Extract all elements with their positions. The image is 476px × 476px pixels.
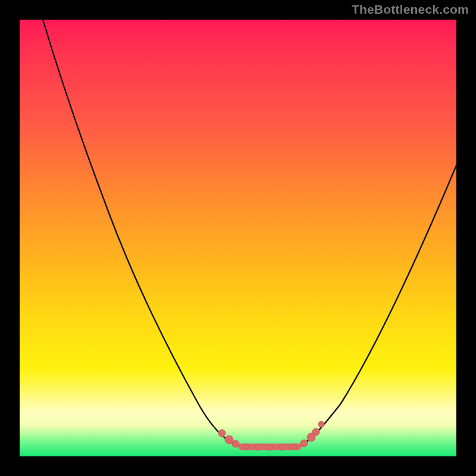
marker-dot [278, 444, 284, 450]
marker-dot [232, 440, 239, 447]
marker-dot [300, 440, 308, 447]
marker-dot [267, 444, 273, 450]
watermark-text: TheBottleneck.com [352, 2, 469, 17]
valley-markers [218, 421, 324, 450]
curve-right-branch [298, 165, 456, 447]
marker-dot [290, 444, 296, 450]
marker-dot [318, 421, 324, 427]
curve-left-branch [43, 20, 243, 447]
marker-dot [218, 430, 226, 437]
marker-dot [255, 444, 261, 450]
marker-dot [243, 444, 249, 450]
chart-svg [20, 20, 456, 456]
outer-frame: TheBottleneck.com [0, 0, 476, 476]
marker-dot [312, 428, 320, 436]
